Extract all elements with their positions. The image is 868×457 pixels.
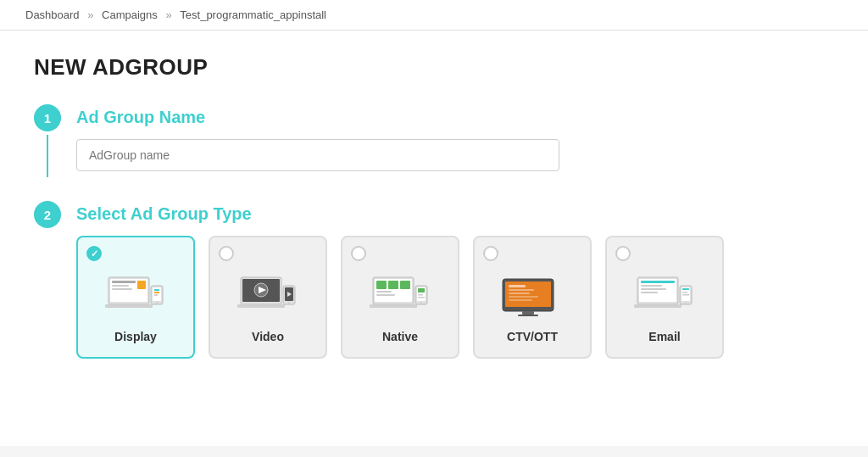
ctv-icon: [498, 268, 566, 323]
breadcrumb-sep-1: »: [87, 8, 97, 21]
ad-type-video[interactable]: Video: [209, 236, 327, 359]
svg-rect-27: [376, 291, 392, 293]
step-2-content: Select Ad Group Type: [76, 201, 834, 359]
step-1-content: Ad Group Name: [76, 104, 834, 171]
svg-rect-25: [388, 281, 398, 289]
step-1-line: [47, 135, 48, 177]
svg-rect-6: [105, 304, 153, 308]
svg-rect-9: [154, 289, 159, 291]
svg-point-57: [685, 302, 687, 304]
native-radio: [351, 246, 366, 261]
svg-rect-40: [509, 285, 526, 287]
step-2-left: 2: [34, 201, 61, 228]
svg-rect-49: [641, 288, 666, 290]
svg-rect-29: [370, 304, 417, 308]
ctv-radio: [483, 246, 498, 261]
svg-point-12: [156, 302, 158, 304]
breadcrumb-sep-2: »: [165, 8, 175, 21]
ad-type-display[interactable]: Display: [76, 236, 195, 359]
video-label: Video: [252, 330, 284, 343]
svg-rect-42: [509, 293, 530, 294]
ctv-label: CTV/OTT: [507, 330, 558, 343]
display-radio: [86, 246, 102, 261]
display-label: Display: [114, 330, 157, 343]
svg-rect-47: [641, 281, 675, 283]
email-icon: [631, 268, 698, 323]
breadcrumb-dashboard[interactable]: Dashboard: [25, 8, 80, 21]
svg-rect-34: [418, 297, 425, 298]
svg-rect-33: [418, 294, 423, 296]
svg-rect-3: [112, 285, 129, 287]
breadcrumb-campaigns[interactable]: Campaigns: [102, 8, 158, 21]
svg-rect-5: [137, 281, 146, 289]
display-icon: [102, 268, 170, 323]
svg-rect-32: [418, 288, 425, 293]
step-1-circle: 1: [34, 104, 61, 131]
svg-rect-54: [682, 288, 689, 290]
svg-rect-10: [154, 292, 159, 293]
svg-rect-44: [509, 299, 532, 301]
svg-rect-50: [641, 292, 658, 293]
svg-rect-48: [641, 285, 662, 287]
svg-rect-17: [237, 304, 285, 308]
svg-rect-24: [376, 281, 387, 289]
video-icon: [234, 268, 302, 323]
video-radio: [219, 246, 234, 261]
svg-rect-38: [522, 311, 534, 315]
breadcrumb: Dashboard » Campaigns » Test_programmati…: [0, 0, 868, 31]
svg-rect-28: [376, 294, 395, 296]
svg-rect-56: [682, 294, 689, 296]
ad-type-email[interactable]: Email: [605, 236, 724, 359]
svg-rect-4: [112, 288, 132, 290]
step-1-label: Ad Group Name: [76, 108, 834, 127]
email-radio: [615, 246, 631, 261]
email-label: Email: [648, 330, 680, 343]
main-content: NEW ADGROUP 1 Ad Group Name 2 Select Ad …: [0, 31, 868, 446]
svg-rect-43: [509, 296, 538, 298]
page-title: NEW ADGROUP: [34, 54, 834, 81]
svg-point-21: [288, 302, 290, 304]
ad-type-native[interactable]: Native: [341, 236, 459, 359]
native-label: Native: [382, 330, 418, 343]
svg-rect-2: [112, 281, 136, 283]
adgroup-name-input[interactable]: [76, 139, 559, 171]
svg-point-35: [420, 302, 422, 304]
svg-rect-11: [154, 294, 158, 296]
step-2-section: 2 Select Ad Group Type: [34, 201, 834, 359]
step-1-left: 1: [34, 104, 61, 177]
svg-rect-51: [634, 304, 682, 308]
ad-type-grid: Display: [76, 236, 834, 359]
native-icon: [366, 268, 434, 323]
svg-rect-26: [400, 281, 410, 289]
step-1-section: 1 Ad Group Name: [34, 104, 834, 177]
svg-rect-39: [518, 315, 538, 316]
step-2-circle: 2: [34, 201, 61, 228]
svg-rect-55: [682, 292, 687, 293]
breadcrumb-current: Test_programmatic_appinstall: [180, 8, 326, 21]
svg-rect-41: [509, 289, 534, 291]
ad-type-ctv[interactable]: CTV/OTT: [473, 236, 592, 359]
step-2-label: Select Ad Group Type: [76, 204, 834, 224]
